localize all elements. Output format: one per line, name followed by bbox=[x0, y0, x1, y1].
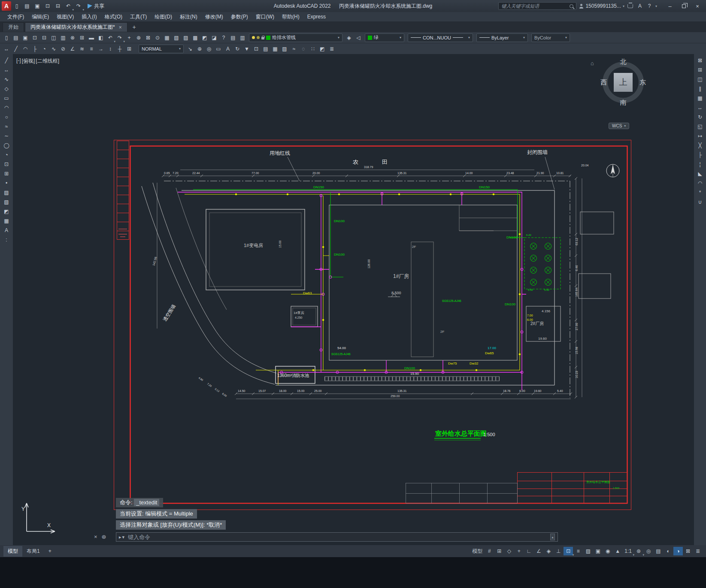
search-icon[interactable] bbox=[570, 4, 573, 8]
clean-screen-icon[interactable]: ⊠ bbox=[683, 547, 693, 555]
polygon-icon[interactable]: ◇ bbox=[2, 84, 11, 93]
rotate-icon[interactable]: ↻ bbox=[695, 113, 705, 121]
menu-tools[interactable]: 工具(T) bbox=[126, 12, 151, 21]
dim-arc-length-icon[interactable]: ◠ bbox=[21, 45, 30, 53]
zoom-window-icon[interactable]: ⊠ bbox=[144, 33, 152, 42]
sheet-set-manager-icon[interactable]: ▩ bbox=[191, 33, 200, 42]
annotation-monitor-icon[interactable]: ◎ bbox=[644, 547, 653, 555]
transparency-icon[interactable]: ▨ bbox=[583, 547, 593, 555]
break-icon[interactable]: ¦ bbox=[695, 160, 705, 169]
markup-icon[interactable]: ◩ bbox=[200, 33, 209, 42]
help-icon[interactable]: ? bbox=[219, 33, 228, 42]
menu-parametric[interactable]: 参数(P) bbox=[227, 12, 252, 21]
autodesk-assistant-button[interactable]: A bbox=[636, 2, 643, 10]
dim-text-edit-icon[interactable]: A bbox=[224, 45, 232, 53]
ucs-icon[interactable]: Y X bbox=[21, 498, 60, 537]
command-input[interactable] bbox=[128, 534, 547, 540]
stretch-icon[interactable]: ↦ bbox=[695, 132, 705, 140]
zoom-realtime-icon[interactable]: ⊕ bbox=[134, 33, 143, 42]
undo-icon[interactable]: ↶▾ bbox=[106, 33, 115, 42]
dim-diameter-icon[interactable]: ⊘ bbox=[59, 45, 67, 53]
selection-cycling-icon[interactable]: ▣ bbox=[593, 547, 603, 555]
dim-aligned-icon[interactable]: ╱ bbox=[12, 45, 20, 53]
model-space-canvas[interactable]: 用地红线封闭围墙农田透空围墙1#变电房15.001#厂房8.500126.002… bbox=[13, 54, 694, 545]
graphics-performance-icon[interactable]: ◑ bbox=[673, 547, 683, 555]
command-scrollbar[interactable]: ▴ bbox=[550, 534, 555, 540]
quick-dim-icon[interactable]: ≋ bbox=[78, 45, 86, 53]
qnew-icon[interactable]: ▯ bbox=[2, 33, 11, 42]
isolate-objects-icon[interactable]: ◐ bbox=[664, 547, 673, 555]
viewcube[interactable]: ⌂ 上 北 南 西 东 bbox=[600, 59, 646, 106]
revision-cloud-icon[interactable]: ≈ bbox=[290, 45, 298, 53]
line-icon[interactable]: ╱ bbox=[2, 56, 11, 65]
chamfer-icon[interactable]: ◣ bbox=[695, 169, 705, 178]
open-icon[interactable]: ▤ bbox=[12, 33, 20, 42]
polar-tracking-icon[interactable]: ∠ bbox=[534, 547, 543, 555]
undo-icon[interactable]: ↶▾ bbox=[64, 2, 73, 10]
zoom-previous-icon[interactable]: ⊙ bbox=[153, 33, 162, 42]
minimize-button[interactable]: – bbox=[663, 0, 677, 12]
erase-icon[interactable]: ⊠ bbox=[695, 56, 705, 65]
menu-format[interactable]: 格式(O) bbox=[101, 12, 126, 21]
match-properties-icon[interactable]: ◧ bbox=[97, 33, 105, 42]
tab-close-icon[interactable]: × bbox=[119, 24, 122, 30]
dim-edit-icon[interactable]: ▭ bbox=[214, 45, 223, 53]
menu-view[interactable]: 视图(V) bbox=[53, 12, 78, 21]
pan-realtime-icon[interactable]: + bbox=[125, 33, 133, 42]
color-dropdown[interactable]: 绿 ▾ bbox=[365, 33, 404, 42]
dynamic-input-icon[interactable]: + bbox=[514, 547, 524, 555]
tolerance-icon[interactable]: ⊞ bbox=[125, 45, 133, 53]
dim-break-icon[interactable]: ┼ bbox=[115, 45, 124, 53]
dim-radius-icon[interactable]: ◔ bbox=[40, 45, 48, 53]
model-tab[interactable]: 模型 bbox=[3, 546, 22, 557]
center-mark-icon[interactable]: ⊕ bbox=[195, 45, 204, 53]
isodraft-icon[interactable]: ◈ bbox=[544, 547, 553, 555]
layer-states-manager-icon[interactable]: ▥ bbox=[238, 33, 247, 42]
polyline-icon[interactable]: ∿ bbox=[2, 75, 11, 84]
properties-icon[interactable]: ▦ bbox=[163, 33, 171, 42]
ortho-icon[interactable]: ∟ bbox=[524, 547, 533, 555]
point-style-icon[interactable]: : bbox=[2, 235, 11, 244]
save-as-icon[interactable]: ⊡ bbox=[30, 33, 39, 42]
dim-style-icon[interactable]: ▼ bbox=[242, 45, 251, 53]
redo-icon[interactable]: ↷▾ bbox=[115, 33, 124, 42]
open-file-icon[interactable]: ▤ bbox=[22, 2, 32, 10]
quickcalc-icon[interactable]: ◪ bbox=[210, 33, 218, 42]
search-input[interactable]: 键入关键字或短语 bbox=[501, 3, 539, 9]
annotation-visibility-icon[interactable]: ◉ bbox=[603, 547, 612, 555]
insert-block-icon[interactable]: ⊡ bbox=[2, 160, 11, 169]
quick-properties-icon[interactable]: ▤ bbox=[654, 547, 663, 555]
tool-palettes-icon[interactable]: ▨ bbox=[182, 33, 190, 42]
dim-linear-icon[interactable]: ↔ bbox=[2, 45, 11, 53]
mirror-icon[interactable]: ◫ bbox=[695, 75, 705, 84]
layout1-tab[interactable]: 布局1 bbox=[22, 546, 44, 557]
help-button[interactable]: ? bbox=[646, 2, 653, 10]
command-customize-icon[interactable]: ⊛ bbox=[102, 534, 106, 540]
construction-line-icon[interactable]: ↔ bbox=[2, 66, 11, 74]
boundary-icon[interactable]: ◌ bbox=[299, 45, 308, 53]
customization-icon[interactable]: ≣ bbox=[693, 547, 703, 555]
spline-icon[interactable]: ∼ bbox=[2, 132, 11, 140]
menu-modify[interactable]: 修改(M) bbox=[201, 12, 227, 21]
text-style-dropdown[interactable]: NORMAL ▾ bbox=[139, 45, 184, 53]
menu-draw[interactable]: 绘图(D) bbox=[151, 12, 176, 21]
multileader-icon[interactable]: ↘ bbox=[186, 45, 194, 53]
dim-jogged-icon[interactable]: ∿ bbox=[49, 45, 58, 53]
ellipse-arc-icon[interactable]: ◔ bbox=[2, 151, 11, 159]
insert-block-icon[interactable]: ⊡ bbox=[252, 45, 261, 53]
object-snap-icon[interactable]: ⊡▾ bbox=[564, 547, 573, 555]
autocad-logo-icon[interactable]: A bbox=[2, 1, 11, 11]
menu-edit[interactable]: 编辑(E) bbox=[28, 12, 53, 21]
rectangle-icon[interactable]: ▭ bbox=[2, 94, 11, 103]
redo-icon[interactable]: ↷▾ bbox=[74, 2, 83, 10]
move-icon[interactable]: ↔ bbox=[695, 103, 705, 112]
cut-icon[interactable]: ⊗ bbox=[68, 33, 77, 42]
table-icon[interactable]: ▦ bbox=[271, 45, 279, 53]
lineweight-icon[interactable]: ≡ bbox=[573, 547, 583, 555]
share-button[interactable]: 共享 bbox=[84, 3, 108, 10]
save-icon[interactable]: ▣ bbox=[21, 33, 30, 42]
viewcube-home-icon[interactable]: ⌂ bbox=[591, 60, 594, 66]
lineweight-dropdown[interactable]: ByLayer ▾ bbox=[476, 33, 528, 42]
menu-insert[interactable]: 插入(I) bbox=[78, 12, 100, 21]
paste-icon[interactable]: ▬ bbox=[87, 33, 96, 42]
